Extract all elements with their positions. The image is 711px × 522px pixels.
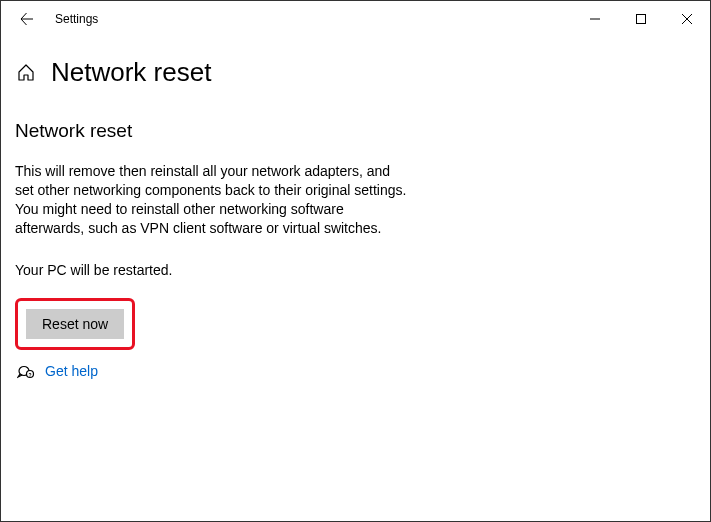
description-text: This will remove then reinstall all your… — [15, 162, 407, 238]
reset-now-button[interactable]: Reset now — [26, 309, 124, 339]
svg-text:?: ? — [28, 371, 31, 377]
maximize-button[interactable] — [618, 1, 664, 37]
help-icon: ? — [17, 362, 35, 380]
window-controls — [572, 1, 710, 37]
titlebar: Settings — [1, 1, 710, 37]
home-icon[interactable] — [15, 62, 37, 84]
house-icon — [16, 63, 36, 83]
minimize-icon — [590, 14, 600, 24]
close-button[interactable] — [664, 1, 710, 37]
section-title: Network reset — [15, 120, 407, 142]
restart-note: Your PC will be restarted. — [15, 262, 407, 278]
page-header: Network reset — [1, 37, 710, 96]
page-title: Network reset — [51, 57, 211, 88]
get-help-link[interactable]: Get help — [45, 363, 98, 379]
window-title: Settings — [55, 12, 98, 26]
arrow-left-icon — [19, 11, 35, 27]
highlight-annotation: Reset now — [15, 298, 135, 350]
svg-rect-1 — [637, 15, 646, 24]
close-icon — [682, 14, 692, 24]
help-row: ? Get help — [15, 362, 407, 380]
content-area: Network reset This will remove then rein… — [1, 96, 421, 380]
minimize-button[interactable] — [572, 1, 618, 37]
maximize-icon — [636, 14, 646, 24]
back-button[interactable] — [9, 1, 45, 37]
